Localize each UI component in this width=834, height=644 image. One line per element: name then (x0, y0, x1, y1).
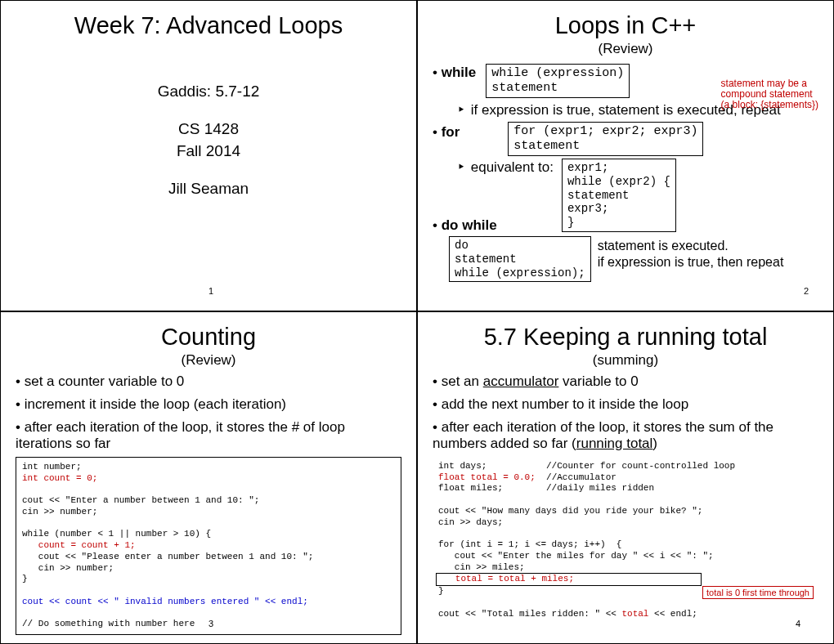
red-note-1c: (a block: {statements}) (721, 100, 818, 110)
slide1-title: Week 7: Advanced Loops (16, 12, 401, 39)
slide-1: Week 7: Advanced Loops Gaddis: 5.7-12 CS… (0, 0, 417, 311)
bullet-for: for (433, 124, 460, 141)
slide2-title: Loops in C++ (433, 12, 818, 39)
red-total-note: total is 0 first time through (702, 586, 814, 599)
text-author: Jill Seaman (16, 177, 401, 200)
s4-b2: add the next number to it inside the loo… (433, 396, 818, 413)
s3-b3: after each iteration of the loop, it sto… (16, 419, 401, 452)
text-term: Fall 2014 (16, 140, 401, 163)
s3-code: int number; int count = 0; cout << "Ente… (16, 457, 401, 635)
red-note-block: statement may be a compound statement (a… (721, 78, 818, 111)
code-for-equiv: expr1; while (expr2) { statement expr3; … (562, 159, 676, 232)
dowhile-note: statement is executed. if expression is … (598, 238, 784, 271)
s3-b1: set a counter variable to 0 (16, 373, 401, 390)
page-number: 2 (804, 286, 809, 296)
code-while: while (expression) statement (486, 64, 630, 98)
slide-3: Counting (Review) set a counter variable… (0, 311, 417, 644)
code-dowhile: do statement while (expression); (449, 236, 591, 282)
code-for: for (expr1; expr2; expr3) statement (508, 122, 703, 156)
slide4-subtitle: (summing) (433, 352, 818, 369)
slide4-title: 5.7 Keeping a running total (433, 324, 818, 351)
slide2-subtitle: (Review) (433, 41, 818, 57)
slide-4: 5.7 Keeping a running total (summing) se… (417, 311, 834, 644)
text-gaddis: Gaddis: 5.7-12 (16, 80, 401, 103)
page-number: 4 (796, 619, 800, 628)
page-number: 3 (208, 619, 213, 628)
text-course: CS 1428 (16, 118, 401, 141)
bullet-while: while (433, 65, 476, 81)
slide1-body: Gaddis: 5.7-12 CS 1428 Fall 2014 Jill Se… (16, 80, 401, 199)
s3-b2: increment it inside the loop (each itera… (16, 396, 401, 413)
s4-b3: after each iteration of the loop, it sto… (433, 419, 818, 452)
page-number: 1 (208, 286, 213, 296)
slide3-subtitle: (Review) (16, 352, 401, 369)
s4-b1: set an accumulator variable to 0 (433, 373, 818, 390)
slide-2: Loops in C++ (Review) statement may be a… (417, 0, 834, 311)
slide3-title: Counting (16, 324, 401, 351)
for-note: equivalent to: (457, 159, 554, 176)
